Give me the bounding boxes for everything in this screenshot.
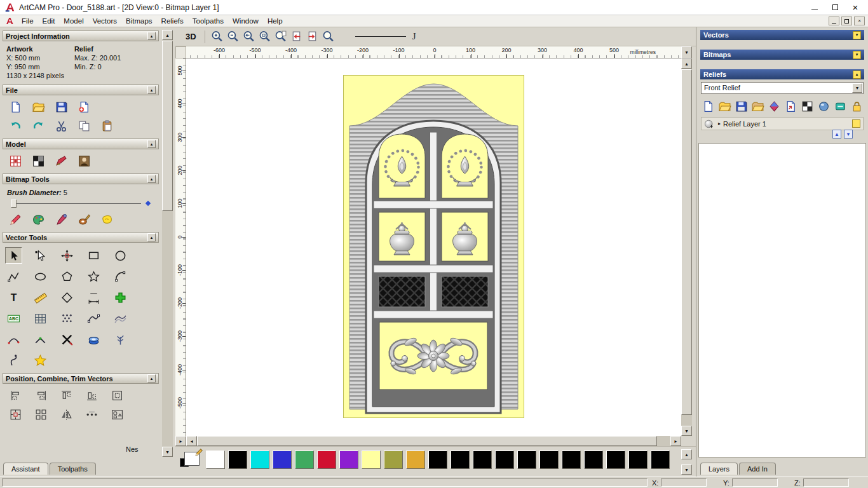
zoom-objects-icon[interactable] <box>257 29 273 44</box>
palette-swatch-10[interactable] <box>406 451 425 469</box>
set-model-size-icon[interactable] <box>7 152 24 169</box>
pan-right-icon[interactable] <box>305 29 320 44</box>
palette-scrollbar[interactable]: ▴ ▾ <box>681 448 692 476</box>
collapse-model-button[interactable]: ▴ <box>147 140 156 148</box>
scroll-right-button[interactable]: ▸ <box>670 436 681 446</box>
redo-icon[interactable] <box>30 118 47 134</box>
shade-model-icon[interactable] <box>53 152 70 169</box>
drawing-canvas[interactable] <box>186 58 681 436</box>
text-abc-icon[interactable]: ABC <box>5 310 22 327</box>
menu-reliefs[interactable]: Reliefs <box>157 16 188 26</box>
collapse-bitmap-tools-button[interactable]: ▴ <box>147 175 156 183</box>
collapse-position-button[interactable]: ▴ <box>147 374 156 383</box>
pick-colour-icon[interactable] <box>53 211 70 227</box>
colour-palette-icon[interactable] <box>30 211 47 227</box>
scroll-thumb[interactable] <box>197 436 657 446</box>
palette-swatch-2[interactable] <box>228 451 247 469</box>
palette-swatch-1[interactable] <box>206 451 225 469</box>
smooth-curve-icon[interactable] <box>112 310 129 327</box>
zoom-page-icon[interactable] <box>273 29 288 44</box>
zoom-out-icon[interactable] <box>226 29 241 44</box>
menu-file[interactable]: File <box>17 16 38 26</box>
save-relief-icon[interactable] <box>733 98 749 114</box>
expand-vectors-button[interactable]: ▾ <box>853 31 861 39</box>
canvas-vertical-scrollbar[interactable]: ▴ ▾ <box>681 58 692 436</box>
greyscale-view-icon[interactable] <box>30 152 47 169</box>
layer-visibility-button[interactable] <box>852 119 860 128</box>
align-top-icon[interactable] <box>58 387 75 403</box>
palette-swatch-11[interactable] <box>428 451 447 469</box>
active-colour-swatch[interactable] <box>180 451 203 471</box>
move-layer-up-button[interactable]: ▲ <box>832 130 841 139</box>
canvas-horizontal-scrollbar[interactable]: ▸ ◂ ▸ <box>175 436 681 446</box>
cut-icon[interactable] <box>53 118 70 134</box>
palette-swatch-19[interactable] <box>606 451 625 469</box>
create-circle-icon[interactable] <box>112 247 129 264</box>
tab-layers[interactable]: Layers <box>700 463 738 475</box>
open-relief-icon[interactable] <box>717 98 732 114</box>
nest-icon[interactable] <box>109 406 126 423</box>
palette-swatch-6[interactable] <box>317 451 336 469</box>
block-paste-icon[interactable] <box>32 406 50 423</box>
palette-swatch-18[interactable] <box>584 451 603 469</box>
distort-tree-icon[interactable] <box>112 331 129 348</box>
vectors-section-header[interactable]: Vectors ▾ <box>700 30 864 40</box>
bitmaps-section-header[interactable]: Bitmaps ▾ <box>700 50 864 60</box>
mdi-restore-button[interactable] <box>841 17 852 25</box>
toggle-3d-view-button[interactable]: 3D <box>182 31 200 42</box>
mirror-icon[interactable] <box>58 406 75 423</box>
menu-edit[interactable]: Edit <box>38 16 60 26</box>
collapse-vector-tools-button[interactable]: ▴ <box>147 233 156 241</box>
collapse-file-button[interactable]: ▴ <box>147 86 156 94</box>
ruler-splitter-button[interactable]: ▸ <box>175 436 186 446</box>
palette-swatch-12[interactable] <box>451 451 470 469</box>
texture-fill-icon[interactable] <box>98 211 116 227</box>
palette-swatch-15[interactable] <box>517 451 536 469</box>
scroll-up-button[interactable]: ▴ <box>681 58 692 69</box>
paint-icon[interactable] <box>7 211 24 227</box>
scale-relief-icon[interactable] <box>783 98 798 114</box>
merge-relief-icon[interactable] <box>750 98 765 114</box>
menu-toolpaths[interactable]: Toolpaths <box>188 16 228 26</box>
align-centre-icon[interactable] <box>109 387 126 403</box>
paste-pattern-icon[interactable] <box>58 310 76 327</box>
new-relief-icon[interactable] <box>700 98 715 114</box>
palette-swatch-17[interactable] <box>562 451 581 469</box>
offset-relief-icon[interactable] <box>816 98 831 114</box>
create-star-icon[interactable] <box>85 268 102 285</box>
tab-assistant[interactable]: Assistant <box>3 463 48 475</box>
spin-profile-icon[interactable] <box>5 352 22 369</box>
create-arc-icon[interactable] <box>112 268 129 285</box>
extrude-icon[interactable] <box>85 331 102 348</box>
clear-relief-icon[interactable] <box>832 98 848 114</box>
slider-handle[interactable] <box>11 200 17 208</box>
tab-add-in[interactable]: Add In <box>739 463 776 475</box>
palette-swatch-5[interactable] <box>295 451 314 469</box>
palette-swatch-8[interactable] <box>362 451 381 469</box>
scroll-thumb[interactable] <box>681 69 692 415</box>
palette-scroll-down-button[interactable]: ▾ <box>681 464 692 475</box>
menu-help[interactable]: Help <box>263 16 287 26</box>
block-copy-icon[interactable] <box>112 289 129 306</box>
pan-left-icon[interactable] <box>289 29 304 44</box>
create-polyline-icon[interactable] <box>5 268 22 285</box>
open-model-icon[interactable] <box>30 98 47 115</box>
palette-swatch-4[interactable] <box>273 451 292 469</box>
collapse-project-information-button[interactable]: ▴ <box>147 32 156 40</box>
align-bottom-icon[interactable] <box>83 387 100 403</box>
import-model-icon[interactable] <box>76 98 93 115</box>
node-editing-icon[interactable] <box>32 247 49 264</box>
centre-page-icon[interactable] <box>7 406 24 423</box>
scroll-thumb[interactable] <box>162 41 173 211</box>
create-polygon-icon[interactable] <box>58 268 76 285</box>
maximize-button[interactable] <box>825 0 845 15</box>
palette-swatch-16[interactable] <box>539 451 559 469</box>
create-rectangle-icon[interactable] <box>85 247 102 264</box>
align-left-icon[interactable] <box>7 387 24 403</box>
zoom-previous-icon[interactable] <box>241 29 257 44</box>
zoom-in-icon[interactable] <box>210 29 225 44</box>
scroll-track[interactable] <box>657 436 670 446</box>
new-model-icon[interactable] <box>7 98 24 115</box>
palette-swatch-7[interactable] <box>339 451 358 469</box>
palette-swatch-3[interactable] <box>250 451 269 469</box>
